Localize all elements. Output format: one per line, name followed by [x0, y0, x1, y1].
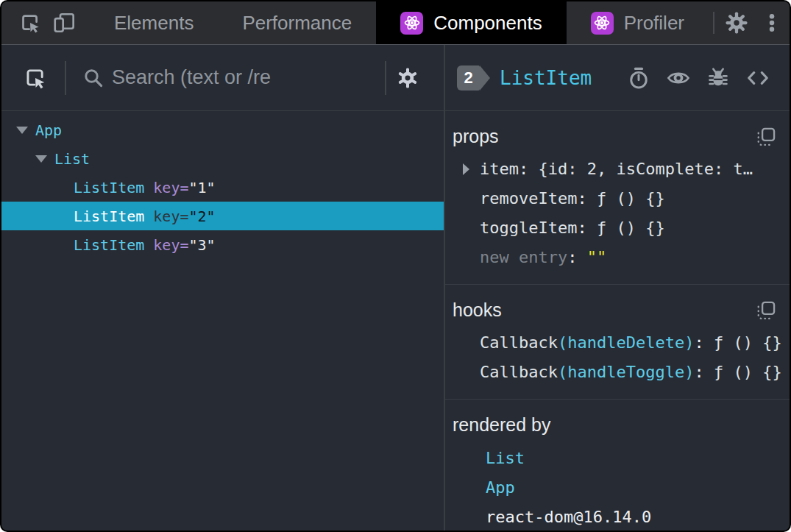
- tab-performance[interactable]: Performance: [218, 1, 376, 44]
- key-attribute: key=: [153, 208, 188, 225]
- component-tree: App List ListItem key= "1" ListItem key=…: [1, 111, 444, 259]
- gear-icon[interactable]: [719, 1, 754, 44]
- hooks-section: hooks Callback(handleDelete): ƒ () {} Ca…: [445, 285, 790, 400]
- component-name: ListItem: [74, 236, 144, 254]
- prop-value: {id: 2, isComplete: t…: [538, 155, 752, 184]
- tab-label: Performance: [242, 12, 352, 35]
- bug-icon[interactable]: [704, 64, 732, 92]
- tree-row-listitem-3[interactable]: ListItem key= "3": [1, 230, 444, 259]
- prop-separator: :: [519, 155, 539, 184]
- tree-row-listitem-2-selected[interactable]: ListItem key= "2": [1, 202, 444, 230]
- inspect-cursor-icon[interactable]: [13, 1, 47, 44]
- components-tree-panel: App List ListItem key= "1" ListItem key=…: [1, 45, 445, 531]
- owner-link[interactable]: App: [486, 478, 515, 497]
- component-details-panel: 2 ListItem: [445, 45, 790, 531]
- prop-row-item[interactable]: item: {id: 2, isComplete: t…: [445, 155, 790, 184]
- new-entry-value-field[interactable]: "": [587, 243, 607, 272]
- code-brackets-icon[interactable]: [744, 64, 772, 92]
- tab-profiler[interactable]: Profiler: [567, 1, 709, 44]
- prop-value: ƒ () {}: [597, 213, 665, 243]
- prop-separator: :: [577, 184, 597, 213]
- component-name: List: [54, 150, 90, 168]
- toolbar-icon-group: [1, 1, 81, 44]
- search-input[interactable]: [112, 66, 385, 89]
- prop-row-new-entry[interactable]: new entry: "": [445, 243, 790, 272]
- expand-caret-icon[interactable]: [463, 163, 469, 175]
- toolbar-right: [709, 1, 791, 44]
- rendered-by-title-row: rendered by: [445, 408, 790, 443]
- devtools-window: Elements Performance Components: [0, 0, 791, 532]
- hook-name: Callback: [480, 328, 558, 358]
- prop-name: toggleItem: [480, 213, 577, 243]
- tree-row-listitem-1[interactable]: ListItem key= "1": [1, 173, 444, 202]
- prop-name: removeItem: [480, 184, 577, 213]
- rendered-by-list[interactable]: List: [445, 443, 790, 472]
- main-toolbar: Elements Performance Components: [1, 1, 790, 45]
- details-panel-header: 2 ListItem: [445, 45, 790, 111]
- tab-label: Elements: [114, 12, 194, 35]
- header-separator: [65, 61, 66, 95]
- rendered-by-app[interactable]: App: [445, 472, 790, 502]
- prop-value: ƒ () {}: [597, 184, 665, 213]
- key-attribute: key=: [153, 179, 188, 196]
- tree-panel-header: [1, 45, 444, 111]
- prop-name: item: [480, 155, 519, 184]
- expand-caret-icon[interactable]: [16, 127, 28, 134]
- rendered-by-section: rendered by List App react-dom@16.14.0: [445, 400, 790, 532]
- selected-component-name: ListItem: [500, 67, 592, 89]
- tab-label: Components: [433, 12, 542, 35]
- toolbar-separator: [713, 12, 714, 34]
- hook-row-handledelete[interactable]: Callback(handleDelete): ƒ () {}: [445, 328, 790, 358]
- section-title: rendered by: [453, 414, 550, 436]
- section-title: props: [453, 126, 499, 147]
- hook-value: ƒ () {}: [714, 358, 782, 387]
- react-atom-icon: [591, 12, 614, 35]
- component-name: ListItem: [74, 208, 144, 225]
- toolbar-tabs: Elements Performance Components: [90, 1, 709, 44]
- hook-separator: :: [694, 328, 714, 358]
- copy-icon[interactable]: [756, 127, 776, 147]
- key-value: "2": [189, 208, 216, 225]
- tree-row-app[interactable]: App: [1, 116, 444, 144]
- new-entry-name-field[interactable]: new entry: [480, 243, 567, 272]
- prop-row-toggleitem[interactable]: toggleItem: ƒ () {}: [445, 213, 790, 243]
- prop-row-removeitem[interactable]: removeItem: ƒ () {}: [445, 184, 790, 213]
- react-atom-icon: [400, 12, 423, 35]
- section-title: hooks: [453, 299, 502, 321]
- props-title-row: props: [445, 120, 790, 155]
- details-header-actions: [625, 64, 772, 92]
- prop-separator: :: [577, 213, 597, 243]
- tab-label: Profiler: [624, 12, 684, 35]
- key-value: "1": [189, 179, 216, 196]
- rendered-by-react-dom: react-dom@16.14.0: [445, 502, 790, 531]
- tab-components[interactable]: Components: [376, 1, 566, 44]
- copy-icon[interactable]: [756, 300, 776, 321]
- tab-elements[interactable]: Elements: [90, 1, 218, 44]
- hooks-title-row: hooks: [445, 294, 790, 328]
- element-id-badge: 2: [457, 65, 480, 91]
- hook-callback-name: (handleToggle): [558, 358, 694, 387]
- hook-value: ƒ () {}: [714, 328, 782, 358]
- devtools-content: App List ListItem key= "1" ListItem key=…: [1, 45, 790, 531]
- stopwatch-icon[interactable]: [625, 64, 653, 92]
- component-name: ListItem: [74, 179, 144, 196]
- key-value: "3": [189, 236, 216, 254]
- tree-settings-gear-icon[interactable]: [386, 62, 429, 94]
- hook-separator: :: [694, 358, 714, 387]
- key-attribute: key=: [153, 236, 188, 254]
- props-section: props item: {id: 2, isComplete: t… remov…: [445, 111, 790, 285]
- tree-row-list[interactable]: List: [1, 144, 444, 173]
- owner-link[interactable]: List: [486, 449, 525, 467]
- component-name: App: [35, 121, 62, 139]
- kebab-menu-icon[interactable]: [754, 1, 790, 44]
- hook-name: Callback: [480, 358, 558, 387]
- inspect-element-icon[interactable]: [19, 62, 52, 94]
- device-toolbar-icon[interactable]: [47, 1, 81, 44]
- hook-callback-name: (handleDelete): [558, 328, 694, 358]
- search-icon: [82, 67, 104, 89]
- renderer-version: react-dom@16.14.0: [486, 508, 651, 526]
- expand-caret-icon[interactable]: [35, 155, 47, 163]
- hook-row-handletoggle[interactable]: Callback(handleToggle): ƒ () {}: [445, 358, 790, 387]
- eye-icon[interactable]: [664, 64, 692, 92]
- prop-separator: :: [567, 243, 587, 272]
